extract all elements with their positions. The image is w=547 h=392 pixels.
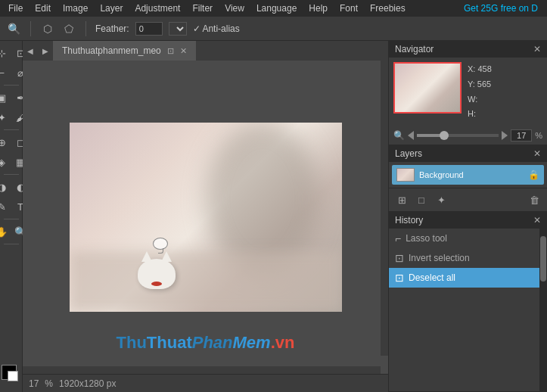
tab-close-icon[interactable]: ✕ (180, 46, 187, 56)
history-content: ⌐ Lasso tool ⊡ Invert selection ⊡ Desele… (389, 229, 547, 391)
zoom-slider-fill (417, 134, 441, 137)
menu-image[interactable]: Image (57, 2, 93, 15)
tool-separator4 (4, 219, 19, 219)
tool-heal[interactable]: ✦ (0, 108, 11, 126)
zoom-triangle-right[interactable] (502, 131, 508, 140)
nav-y-value: 565 (477, 79, 491, 89)
history-item-lasso[interactable]: ⌐ Lasso tool (389, 229, 547, 248)
feather-input[interactable] (135, 22, 163, 36)
history-scrollbar[interactable] (539, 229, 547, 391)
canvas-tabs: ◀ ▶ Thuthuatphanmem_meo ⊡ ✕ (23, 41, 388, 61)
canvas-scroll-vertical[interactable] (381, 61, 388, 356)
history-lasso-icon: ⌐ (395, 232, 401, 244)
canvas-area: ◀ ▶ Thuthuatphanmem_meo ⊡ ✕ (23, 41, 388, 392)
menu-language[interactable]: Language (251, 2, 302, 15)
nav-coords: X: 458 Y: 565 W: H: (468, 62, 492, 122)
history-item-deselect[interactable]: ⊡ Deselect all (389, 268, 547, 288)
menu-font[interactable]: Font (334, 2, 363, 15)
layer-row-background[interactable]: Background 🔒 (392, 165, 544, 185)
nav-x-value: 458 (477, 64, 491, 73)
nav-h-label: H: (468, 109, 476, 118)
tool-crop[interactable]: ▣ (0, 89, 11, 107)
wm-mem: Mem (233, 333, 271, 352)
layer-name: Background (419, 170, 524, 179)
tab-nav-right[interactable]: ▶ (38, 41, 53, 61)
canvas-viewport[interactable]: ThuThuatPhanMem.vn (23, 61, 388, 374)
history-close[interactable]: ✕ (533, 215, 541, 226)
color-boxes (0, 360, 24, 389)
tool-clone[interactable]: ⊕ (0, 133, 11, 151)
wm-vn: .vn (271, 333, 295, 352)
zoom-slider[interactable] (417, 134, 499, 137)
wm-thu: Thu (117, 333, 147, 352)
zoom-minus-icon[interactable]: 🔍 (393, 130, 405, 141)
navigator-close[interactable]: ✕ (533, 44, 541, 54)
canvas-tab-main[interactable]: Thuthuatphanmem_meo ⊡ ✕ (53, 41, 196, 61)
nav-w-label: W: (468, 95, 477, 104)
image-content (70, 123, 342, 312)
anti-alias-check[interactable]: ✓ Anti-alias (193, 23, 240, 34)
layers-tool-delete[interactable]: 🗑 (526, 191, 542, 208)
history-scroll-thumb[interactable] (540, 236, 546, 282)
zoom-triangle-left[interactable] (408, 131, 414, 140)
watermark: ThuThuatPhanMem.vn (23, 333, 388, 353)
layers-content: Background 🔒 (389, 162, 547, 188)
nav-thumbnail (393, 62, 462, 114)
tab-expand-icon[interactable]: ⊡ (167, 46, 174, 56)
zoom-display: 17 (29, 378, 39, 389)
history-item-invert[interactable]: ⊡ Invert selection (389, 248, 547, 268)
history-deselect-label: Deselect all (409, 272, 455, 283)
nav-x-label: X: (468, 64, 475, 73)
history-header: History ✕ (389, 212, 547, 229)
menu-ad[interactable]: Get 25G free on D (458, 2, 544, 15)
tab-nav-left[interactable]: ◀ (23, 41, 38, 61)
menu-freebies[interactable]: Freebies (365, 2, 411, 15)
menu-filter[interactable]: Filter (187, 2, 218, 15)
wm-phan: Phan (192, 333, 233, 352)
menu-help[interactable]: Help (303, 2, 333, 15)
menu-view[interactable]: View (219, 2, 250, 15)
canvas-image (70, 123, 342, 312)
wm-thuat: Thuat (147, 333, 192, 352)
menu-adjustment[interactable]: Adjustment (129, 2, 185, 15)
navigator-panel: Navigator ✕ X: 458 Y: 565 W: H: 🔍 (389, 41, 547, 145)
cat-bow (151, 282, 162, 286)
tool-separator3 (4, 174, 19, 175)
layers-panel: Layers ✕ Background 🔒 ⊞ □ ✦ 🗑 (389, 145, 547, 212)
menu-file[interactable]: File (3, 2, 28, 15)
history-panel: History ✕ ⌐ Lasso tool ⊡ Invert selectio… (389, 212, 547, 392)
tab-title: Thuthuatphanmem_meo (62, 45, 161, 56)
toolbar-poly-lasso-icon[interactable]: ⬠ (61, 21, 76, 36)
right-panels: Navigator ✕ X: 458 Y: 565 W: H: 🔍 (388, 41, 547, 392)
status-bar: 17 % 1920x1280 px (23, 374, 388, 392)
zoom-value-input[interactable] (511, 129, 532, 142)
tool-dodge[interactable]: ◑ (0, 178, 11, 196)
tool-lasso[interactable]: ⌐ (0, 64, 11, 82)
menu-edit[interactable]: Edit (30, 2, 56, 15)
zoom-unit: % (45, 378, 53, 389)
main-layout: ⊹ ⊡ ⌐ ⌀ ▣ ✒ ✦ 🖌 ⊕ ◻ ◈ ▦ ◑ ◐ ✎ (0, 41, 547, 392)
layer-lock-icon[interactable]: 🔒 (528, 170, 539, 180)
tool-fill[interactable]: ◈ (0, 153, 11, 171)
layers-tool-new-group[interactable]: ⊞ (393, 191, 410, 208)
feather-dropdown[interactable]: ▼ (169, 22, 187, 36)
toolbar-separator (30, 21, 31, 36)
zoom-percent: % (535, 131, 542, 140)
toolbar-lasso-icon[interactable]: ⬡ (40, 21, 55, 36)
tool-pen[interactable]: ✎ (0, 198, 11, 216)
layers-tool-new-layer[interactable]: □ (413, 191, 430, 208)
zoom-slider-thumb[interactable] (440, 131, 449, 140)
tool-move[interactable]: ⊹ (0, 44, 11, 62)
history-invert-icon: ⊡ (395, 252, 404, 264)
canvas-scroll-horizontal[interactable] (23, 366, 381, 374)
menu-layer[interactable]: Layer (95, 2, 128, 15)
toolbar-search-icon[interactable]: 🔍 (6, 21, 21, 36)
history-deselect-icon: ⊡ (395, 272, 404, 284)
layers-close[interactable]: ✕ (533, 148, 541, 159)
history-title: History (395, 215, 423, 226)
layers-toolbar: ⊞ □ ✦ 🗑 (389, 188, 547, 211)
layers-header: Layers ✕ (389, 145, 547, 162)
background-color[interactable] (8, 371, 18, 381)
layers-tool-adjustment[interactable]: ✦ (433, 191, 449, 208)
tool-hand[interactable]: ✋ (0, 222, 11, 241)
